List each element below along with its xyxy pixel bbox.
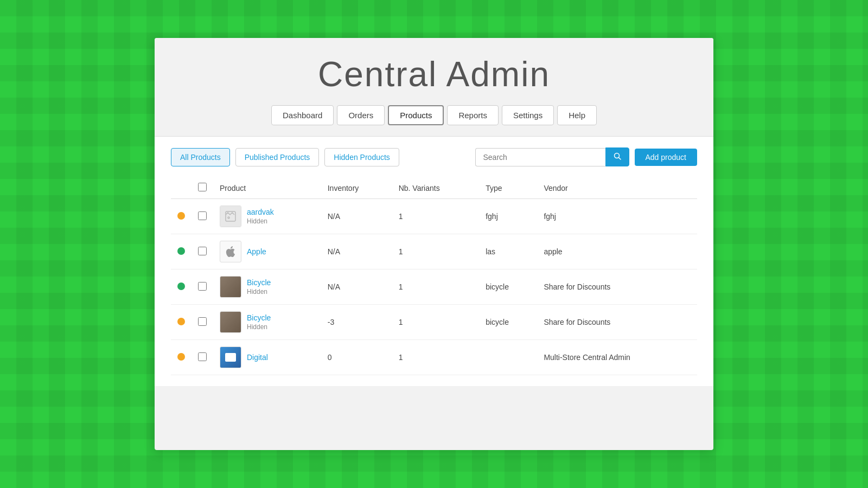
toolbar: All Products Published Products Hidden P… bbox=[171, 147, 697, 166]
status-cell bbox=[171, 234, 192, 269]
search-button[interactable] bbox=[605, 147, 629, 166]
type-cell: bicycle bbox=[479, 305, 537, 340]
products-table: Product Inventory Nb. Variants Type Vend… bbox=[171, 177, 697, 375]
app-title: Central Admin bbox=[165, 54, 703, 94]
nav-settings[interactable]: Settings bbox=[502, 105, 554, 125]
row-checkbox-cell bbox=[192, 269, 213, 305]
type-cell: bicycle bbox=[479, 269, 537, 305]
table-row: aardvakHiddenN/A1fghjfghj bbox=[171, 199, 697, 234]
product-cell: aardvakHidden bbox=[213, 199, 321, 234]
inventory-cell: N/A bbox=[321, 234, 392, 269]
nav-products[interactable]: Products bbox=[388, 105, 444, 125]
product-name-link[interactable]: Apple bbox=[247, 247, 266, 256]
product-name-link[interactable]: Digital bbox=[247, 353, 268, 362]
product-info: Apple bbox=[247, 247, 266, 256]
inventory-cell: N/A bbox=[321, 269, 392, 305]
product-thumbnail bbox=[220, 206, 241, 227]
row-checkbox-cell bbox=[192, 340, 213, 375]
status-cell bbox=[171, 199, 192, 234]
inventory-cell: -3 bbox=[321, 305, 392, 340]
col-inventory-header: Inventory bbox=[321, 177, 392, 199]
product-name-link[interactable]: aardvak bbox=[247, 208, 274, 216]
svg-line-1 bbox=[618, 158, 621, 160]
product-cell: Digital bbox=[213, 340, 321, 375]
product-thumbnail bbox=[220, 311, 241, 333]
inventory-cell: N/A bbox=[321, 199, 392, 234]
row-checkbox[interactable] bbox=[198, 247, 207, 255]
select-all-checkbox[interactable] bbox=[198, 183, 207, 191]
variants-cell: 1 bbox=[392, 340, 480, 375]
vendor-cell: fghj bbox=[537, 199, 697, 234]
type-cell: las bbox=[479, 234, 537, 269]
vendor-cell: Multi-Store Central Admin bbox=[537, 340, 697, 375]
nav-dashboard[interactable]: Dashboard bbox=[271, 105, 334, 125]
col-variants-header: Nb. Variants bbox=[392, 177, 480, 199]
table-row: AppleN/A1lasapple bbox=[171, 234, 697, 269]
variants-cell: 1 bbox=[392, 234, 480, 269]
search-icon bbox=[614, 152, 621, 160]
svg-point-3 bbox=[228, 217, 229, 219]
variants-cell: 1 bbox=[392, 305, 480, 340]
inventory-cell: 0 bbox=[321, 340, 392, 375]
product-info: BicycleHidden bbox=[247, 313, 271, 331]
vendor-cell: apple bbox=[537, 234, 697, 269]
status-dot bbox=[177, 282, 185, 290]
col-status bbox=[171, 177, 192, 199]
product-info: BicycleHidden bbox=[247, 278, 271, 296]
col-checkbox-header bbox=[192, 177, 213, 199]
status-dot bbox=[177, 318, 185, 325]
product-info: Digital bbox=[247, 353, 268, 362]
product-thumbnail bbox=[220, 241, 241, 262]
row-checkbox[interactable] bbox=[198, 317, 207, 326]
tab-all-products[interactable]: All Products bbox=[171, 148, 230, 166]
product-name-link[interactable]: Bicycle bbox=[247, 313, 271, 322]
nav-orders[interactable]: Orders bbox=[337, 105, 385, 125]
product-cell: BicycleHidden bbox=[213, 269, 321, 305]
row-checkbox-cell bbox=[192, 305, 213, 340]
product-info: aardvakHidden bbox=[247, 208, 274, 225]
add-product-button[interactable]: Add product bbox=[635, 149, 698, 166]
col-product-header: Product bbox=[213, 177, 321, 199]
table-row: BicycleHiddenN/A1bicycleShare for Discou… bbox=[171, 269, 697, 305]
product-cell: BicycleHidden bbox=[213, 305, 321, 340]
product-thumbnail bbox=[220, 276, 241, 298]
main-nav: Dashboard Orders Products Reports Settin… bbox=[165, 105, 703, 125]
product-status-label: Hidden bbox=[247, 288, 267, 296]
product-thumbnail bbox=[220, 346, 241, 368]
tab-hidden-products[interactable]: Hidden Products bbox=[324, 148, 399, 166]
tab-published-products[interactable]: Published Products bbox=[235, 148, 320, 166]
col-type-header: Type bbox=[479, 177, 537, 199]
search-input[interactable] bbox=[475, 148, 605, 166]
variants-cell: 1 bbox=[392, 199, 480, 234]
status-cell bbox=[171, 269, 192, 305]
row-checkbox-cell bbox=[192, 199, 213, 234]
table-row: BicycleHidden-31bicycleShare for Discoun… bbox=[171, 305, 697, 340]
table-row: Digital01Multi-Store Central Admin bbox=[171, 340, 697, 375]
row-checkbox[interactable] bbox=[198, 352, 207, 361]
row-checkbox-cell bbox=[192, 234, 213, 269]
type-cell: fghj bbox=[479, 199, 537, 234]
search-wrapper bbox=[475, 147, 629, 166]
nav-reports[interactable]: Reports bbox=[447, 105, 499, 125]
product-name-link[interactable]: Bicycle bbox=[247, 278, 271, 287]
product-status-label: Hidden bbox=[247, 217, 267, 225]
status-dot bbox=[177, 247, 185, 255]
status-cell bbox=[171, 305, 192, 340]
row-checkbox[interactable] bbox=[198, 211, 207, 220]
product-status-label: Hidden bbox=[247, 323, 267, 331]
status-dot bbox=[177, 212, 185, 220]
nav-help[interactable]: Help bbox=[557, 105, 597, 125]
type-cell bbox=[479, 340, 537, 375]
row-checkbox[interactable] bbox=[198, 282, 207, 291]
status-cell bbox=[171, 340, 192, 375]
variants-cell: 1 bbox=[392, 269, 480, 305]
status-dot bbox=[177, 353, 185, 361]
col-vendor-header: Vendor bbox=[537, 177, 697, 199]
vendor-cell: Share for Discounts bbox=[537, 269, 697, 305]
vendor-cell: Share for Discounts bbox=[537, 305, 697, 340]
product-cell: Apple bbox=[213, 234, 321, 269]
